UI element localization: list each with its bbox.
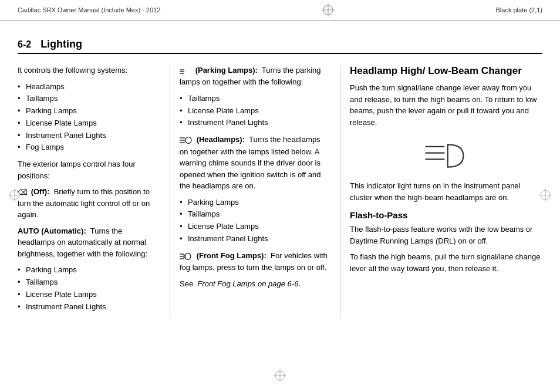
headlamp-changer-text: Push the turn signal/lane change lever a… (350, 82, 542, 128)
top-bar: Cadillac SRX Owner Manual (Include Mex) … (0, 0, 560, 21)
list-item: Instrument Panel Lights (180, 233, 330, 245)
headlamp-para: (Headlamps): Turns the headlamps on toge… (180, 134, 330, 191)
fog-icon (180, 251, 193, 262)
list-item: License Plate Lamps (180, 221, 330, 233)
fog-label: (Front Fog Lamps): (197, 251, 266, 260)
parking-para: (Parking Lamps): Turns the parking lamps… (180, 65, 330, 88)
off-label: (Off): (31, 187, 50, 196)
page-title-row: 6-2 Lighting (18, 38, 542, 54)
bottom-crosshair (274, 369, 286, 384)
parking-icon (180, 65, 191, 77)
systems-list: Headlamps Taillamps Parking Lamps Licens… (18, 81, 160, 154)
top-bar-right: Black plate (2,1) (496, 6, 542, 13)
top-crosshair-icon (322, 4, 335, 16)
see-text: See Front Fog Lamps on page 6-6. (180, 278, 330, 290)
list-item: Taillamps (180, 93, 330, 105)
auto-label: AUTO (Automatic): (18, 227, 86, 235)
list-item: Instrument Panel Lights (18, 130, 160, 142)
flash-text1: The flash-to-pass feature works with the… (350, 224, 542, 246)
intro-text: It controls the following systems: (18, 65, 160, 76)
list-item: Instrument Panel Lights (180, 117, 330, 129)
parking-items-list: Taillamps License Plate Lamps Instrument… (180, 93, 330, 129)
list-item: Fog Lamps (18, 141, 160, 154)
svg-point-9 (185, 137, 191, 144)
headlamp-icon (180, 134, 193, 146)
see-italic: Front Fog Lamps on page 6-6 (197, 279, 298, 288)
list-item: Headlamps (18, 81, 160, 93)
highbeam-graphic (350, 140, 542, 172)
off-text: ⌫ (Off): Briefly turn to this position t… (18, 186, 160, 221)
headlamp-items-list: Parking Lamps Taillamps License Plate La… (180, 197, 330, 245)
positions-intro: The exterior lamps control has four posi… (18, 158, 160, 181)
left-crosshair (8, 189, 21, 204)
list-item: Taillamps (180, 208, 330, 221)
list-item: Taillamps (18, 276, 160, 289)
top-bar-left: Cadillac SRX Owner Manual (Include Mex) … (18, 6, 160, 13)
col-right: Headlamp High/ Low-Beam Changer Push the… (340, 65, 542, 318)
list-item: License Plate Lamps (18, 117, 160, 130)
list-item: License Plate Lamps (180, 105, 330, 117)
list-item: Parking Lamps (180, 197, 330, 209)
parking-label: (Parking Lamps): (195, 66, 258, 75)
page-number: 6-2 (18, 39, 31, 50)
headlamp-section-heading: Headlamp High/ Low-Beam Changer (350, 65, 542, 77)
flash-text2: To flash the high beams, pull the turn s… (350, 251, 542, 274)
auto-text: AUTO (Automatic): Turns the headlamps on… (18, 225, 160, 260)
main-content: 6-2 Lighting It controls the following s… (0, 21, 560, 336)
list-item: Parking Lamps (18, 264, 160, 276)
headlamp-label: (Headlamps): (197, 135, 245, 144)
auto-items-list: Parking Lamps Taillamps License Plate La… (18, 264, 160, 313)
list-item: Instrument Panel Lights (18, 301, 160, 313)
page-title: Lighting (41, 38, 82, 50)
list-item: Taillamps (18, 93, 160, 105)
list-item: Parking Lamps (18, 105, 160, 117)
see-word: See (180, 279, 193, 288)
indicator-text: This indicator light turns on in the ins… (350, 180, 542, 203)
top-bar-center (322, 4, 335, 16)
right-crosshair (539, 189, 552, 204)
list-item: License Plate Lamps (18, 289, 160, 301)
fog-para: (Front Fog Lamps): For vehicles with fog… (180, 250, 330, 273)
col-left: It controls the following systems: Headl… (18, 65, 170, 318)
svg-point-13 (185, 253, 191, 259)
columns: It controls the following systems: Headl… (18, 65, 542, 318)
flash-heading: Flash-to-Pass (350, 210, 542, 220)
highbeam-icon (423, 140, 470, 172)
col-middle: (Parking Lamps): Turns the parking lamps… (170, 65, 340, 318)
